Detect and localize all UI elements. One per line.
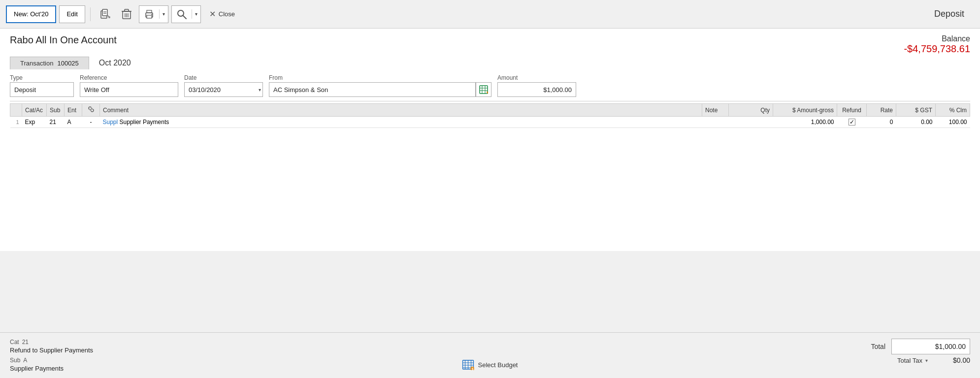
row-line-num: 1 [10,117,22,128]
balance-label: Balance [904,34,970,43]
footer-left: Cat 21 Refund to Supplier Payments Sub A… [10,339,93,372]
row-gst: 0.00 [896,117,936,128]
col-header-ent: Ent [65,104,82,117]
toolbar: New: Oct'20 Edit [0,0,980,29]
reference-label: Reference [80,74,178,81]
footer-cat-row: Cat 21 [10,339,93,346]
from-input[interactable] [269,82,476,97]
search-icon [177,9,187,19]
supplier-link[interactable]: Suppl [103,119,118,126]
row-sub: 21 [47,117,65,128]
type-input[interactable] [10,82,74,97]
col-header-clm: % Clm [936,104,970,117]
col-header-sub: Sub [47,104,65,117]
cat-desc: Refund to Supplier Payments [10,346,93,354]
form-table-divider [10,101,970,101]
refund-checkbox[interactable]: ✓ [849,119,855,126]
col-header-catac: Cat/Ac [22,104,47,117]
svg-rect-17 [480,86,488,94]
total-tax-row: Total Tax ▾ $0.00 [897,356,970,364]
svg-text:$: $ [472,367,474,370]
col-header-link [82,104,100,117]
from-icon-button[interactable] [476,82,491,97]
row-link: - [82,117,100,128]
sub-desc: Supplier Payments [10,365,93,372]
new-button[interactable]: New: Oct'20 [6,5,56,23]
trash-icon [122,9,131,20]
search-group: ▾ [171,5,201,23]
reference-field: Reference [80,74,178,97]
transaction-label: Transaction [20,60,53,67]
total-input[interactable] [891,339,970,354]
footer-sub-row: Sub A [10,357,93,364]
search-button[interactable] [172,7,192,21]
col-header-rate: Rate [867,104,896,117]
col-header-amount-gross: $ Amount-gross [773,104,837,117]
print-dropdown-button[interactable]: ▾ [159,9,168,19]
col-header-line [10,104,22,117]
close-x-icon: ✕ [209,9,216,19]
table-row[interactable]: 1 Exp 21 A - Suppl Supplier Payments 1,0… [10,117,970,128]
table-header-row: Cat/Ac Sub Ent Comment Note Qty $ Amount… [10,104,970,117]
close-label: Close [219,10,235,18]
svg-rect-12 [147,15,152,18]
row-comment: Supplier Payments [120,119,169,126]
line-items-table: Cat/Ac Sub Ent Comment Note Qty $ Amount… [10,103,970,128]
row-catac: Exp [22,117,47,128]
transaction-bar: Transaction 100025 Oct 2020 [10,57,970,69]
date-input[interactable] [184,82,263,97]
reference-input[interactable] [80,82,178,97]
date-field: Date ▾ [184,74,263,97]
svg-point-15 [178,10,184,16]
amount-input[interactable] [497,82,576,97]
col-header-gst: $ GST [896,104,936,117]
sub-value: A [23,357,27,364]
search-dropdown-button[interactable]: ▾ [192,9,200,19]
edit-button[interactable]: Edit [59,5,85,23]
footer-inner: Cat 21 Refund to Supplier Payments Sub A… [10,339,970,372]
account-name: Rabo All In One Account [10,34,117,46]
table-icon [479,85,488,94]
svg-point-14 [151,14,152,15]
form-row: Type Reference Date ▾ From [10,74,970,97]
from-field: From [269,74,491,97]
row-rate: 0 [867,117,896,128]
attach-button[interactable] [96,5,114,23]
print-group: ▾ [139,5,168,23]
from-label: From [269,74,491,81]
row-refund: ✓ [837,117,867,128]
select-budget-button[interactable]: $ Select Budget [462,359,518,370]
transaction-number: 100025 [57,60,78,67]
total-row: Total [871,339,970,354]
table-wrapper: Cat/Ac Sub Ent Comment Note Qty $ Amount… [10,103,970,251]
attach-icon [99,9,110,20]
svg-line-16 [183,16,186,19]
cat-value: 21 [22,339,29,346]
row-comment-cell: Suppl Supplier Payments [100,117,702,128]
row-qty [729,117,773,128]
main-content: Rabo All In One Account Balance -$4,759,… [0,29,980,251]
amount-label: Amount [497,74,576,81]
print-button[interactable] [139,7,159,21]
date-wrapper: ▾ [184,82,263,97]
sub-label: Sub [10,357,20,364]
col-header-comment: Comment [100,104,702,117]
balance-value: -$4,759,738.61 [904,43,970,55]
svg-rect-1 [102,9,107,16]
type-label: Type [10,74,74,81]
from-input-group [269,82,491,97]
total-tax-dropdown-arrow[interactable]: ▾ [925,358,928,363]
footer-center: $ Select Budget [462,359,518,370]
link-icon [88,106,95,113]
period-label: Oct 2020 [99,59,131,67]
row-clm: 100.00 [936,117,970,128]
row-note [702,117,729,128]
row-ent: A [65,117,82,128]
cat-label: Cat [10,339,19,346]
total-tax-value: $0.00 [931,356,970,364]
close-button[interactable]: ✕ Close [204,5,240,23]
type-field: Type [10,74,74,97]
delete-button[interactable] [117,5,136,23]
amount-field: Amount [497,74,576,97]
transaction-tab: Transaction 100025 [10,57,89,69]
